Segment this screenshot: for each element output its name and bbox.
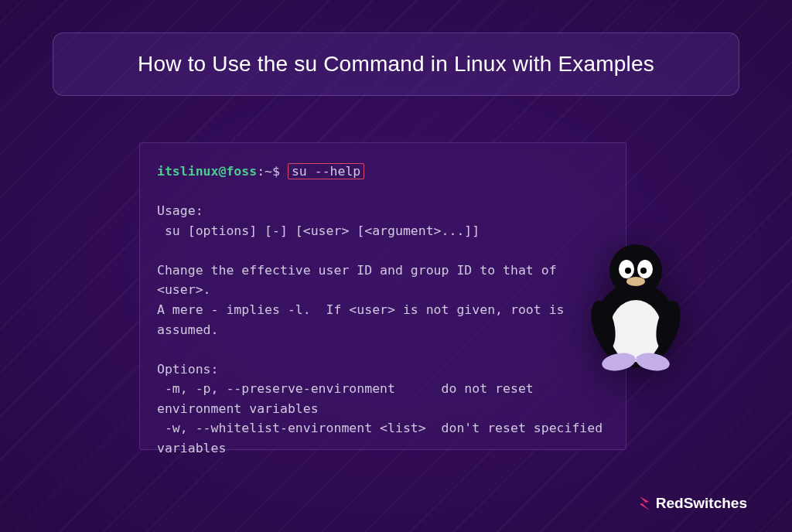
tux-mascot-icon [582, 240, 690, 371]
terminal-output: Usage: su [options] [-] [<user> [<argume… [157, 203, 610, 455]
brand-logo-icon [637, 495, 651, 512]
svg-point-7 [626, 277, 645, 286]
svg-point-6 [640, 268, 647, 274]
terminal-window: itslinux@foss:~$ su --help Usage: su [op… [139, 142, 626, 450]
prompt-path: :~ [257, 164, 272, 179]
page-title: How to Use the su Command in Linux with … [138, 52, 654, 76]
brand-name: RedSwitches [656, 495, 747, 512]
prompt-user: itslinux@foss [157, 164, 257, 179]
prompt-symbol: $ [272, 164, 280, 179]
svg-point-1 [609, 300, 662, 362]
svg-point-5 [625, 268, 631, 274]
svg-point-2 [609, 244, 662, 297]
command-highlight: su --help [288, 163, 364, 179]
brand-mark: RedSwitches [637, 495, 747, 512]
page-title-card: How to Use the su Command in Linux with … [53, 32, 739, 96]
